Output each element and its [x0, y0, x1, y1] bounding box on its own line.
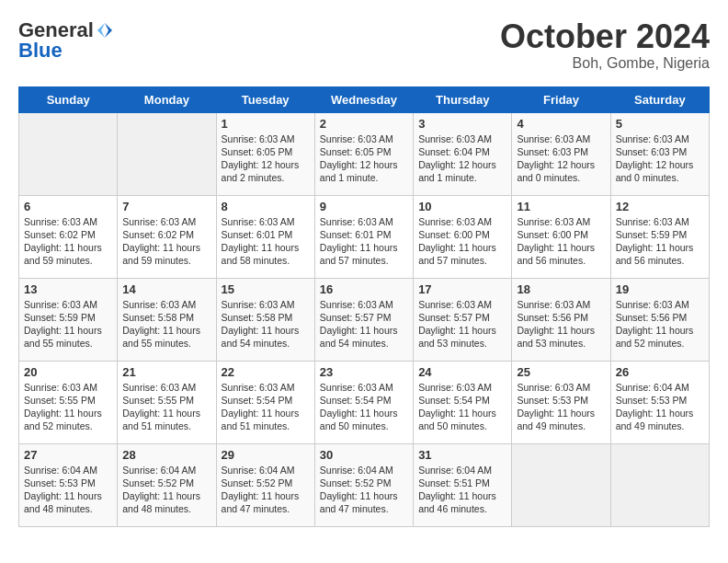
cell-sun-info: Sunrise: 6:03 AMSunset: 5:59 PMDaylight:…: [24, 298, 112, 350]
cell-sun-info: Sunrise: 6:03 AMSunset: 6:03 PMDaylight:…: [517, 132, 605, 185]
calendar-table: SundayMondayTuesdayWednesdayThursdayFrid…: [18, 86, 710, 527]
calendar-cell: 19Sunrise: 6:03 AMSunset: 5:56 PMDayligh…: [610, 278, 709, 361]
calendar-cell: 21Sunrise: 6:03 AMSunset: 5:55 PMDayligh…: [118, 361, 216, 443]
calendar-cell: 29Sunrise: 6:04 AMSunset: 5:52 PMDayligh…: [216, 443, 314, 526]
calendar-cell: 17Sunrise: 6:03 AMSunset: 5:57 PMDayligh…: [414, 278, 512, 361]
cell-sun-info: Sunrise: 6:03 AMSunset: 6:03 PMDaylight:…: [616, 132, 704, 185]
cell-sun-info: Sunrise: 6:03 AMSunset: 6:02 PMDaylight:…: [24, 215, 112, 268]
cell-sun-info: Sunrise: 6:03 AMSunset: 6:05 PMDaylight:…: [320, 132, 408, 185]
calendar-cell: 11Sunrise: 6:03 AMSunset: 6:00 PMDayligh…: [512, 195, 610, 278]
cell-sun-info: Sunrise: 6:03 AMSunset: 6:04 PMDaylight:…: [418, 132, 506, 185]
day-number: 9: [320, 200, 408, 213]
day-number: 17: [418, 282, 506, 296]
cell-sun-info: Sunrise: 6:04 AMSunset: 5:52 PMDaylight:…: [320, 464, 408, 516]
day-of-week-header: Wednesday: [314, 86, 413, 112]
day-number: 29: [222, 448, 310, 462]
svg-marker-0: [105, 23, 112, 38]
day-number: 26: [616, 365, 704, 379]
cell-sun-info: Sunrise: 6:03 AMSunset: 6:01 PMDaylight:…: [320, 215, 408, 268]
calendar-cell: [610, 443, 709, 526]
calendar-cell: 1Sunrise: 6:03 AMSunset: 6:05 PMDaylight…: [216, 112, 314, 195]
calendar-cell: 16Sunrise: 6:03 AMSunset: 5:57 PMDayligh…: [314, 278, 413, 361]
cell-sun-info: Sunrise: 6:03 AMSunset: 5:53 PMDaylight:…: [517, 381, 605, 433]
cell-sun-info: Sunrise: 6:03 AMSunset: 6:05 PMDaylight:…: [222, 132, 310, 185]
calendar-cell: 5Sunrise: 6:03 AMSunset: 6:03 PMDaylight…: [610, 112, 709, 195]
day-number: 10: [418, 200, 506, 213]
cell-sun-info: Sunrise: 6:03 AMSunset: 6:00 PMDaylight:…: [418, 215, 506, 268]
calendar-cell: [19, 112, 118, 195]
cell-sun-info: Sunrise: 6:03 AMSunset: 5:58 PMDaylight:…: [222, 298, 310, 350]
day-of-week-header: Sunday: [19, 86, 118, 112]
logo-icon: [96, 21, 114, 40]
calendar-cell: 14Sunrise: 6:03 AMSunset: 5:58 PMDayligh…: [118, 278, 216, 361]
month-title: October 2024: [500, 18, 710, 55]
calendar-cell: [118, 112, 216, 195]
day-number: 4: [517, 117, 605, 131]
day-number: 20: [24, 365, 112, 379]
day-number: 8: [222, 200, 310, 213]
calendar-cell: 30Sunrise: 6:04 AMSunset: 5:52 PMDayligh…: [314, 443, 413, 526]
cell-sun-info: Sunrise: 6:04 AMSunset: 5:53 PMDaylight:…: [616, 381, 704, 433]
calendar-cell: [512, 443, 610, 526]
calendar-cell: 10Sunrise: 6:03 AMSunset: 6:00 PMDayligh…: [414, 195, 512, 278]
calendar-cell: 15Sunrise: 6:03 AMSunset: 5:58 PMDayligh…: [216, 278, 314, 361]
cell-sun-info: Sunrise: 6:03 AMSunset: 5:59 PMDaylight:…: [616, 215, 704, 268]
calendar-cell: 26Sunrise: 6:04 AMSunset: 5:53 PMDayligh…: [610, 361, 709, 443]
cell-sun-info: Sunrise: 6:03 AMSunset: 5:57 PMDaylight:…: [320, 298, 408, 350]
day-of-week-header: Thursday: [414, 86, 512, 112]
logo-blue-text: Blue: [18, 39, 63, 63]
cell-sun-info: Sunrise: 6:03 AMSunset: 6:00 PMDaylight:…: [517, 215, 605, 268]
cell-sun-info: Sunrise: 6:04 AMSunset: 5:53 PMDaylight:…: [24, 464, 112, 516]
cell-sun-info: Sunrise: 6:03 AMSunset: 5:55 PMDaylight:…: [122, 381, 210, 433]
day-of-week-header: Saturday: [610, 86, 709, 112]
calendar-cell: 9Sunrise: 6:03 AMSunset: 6:01 PMDaylight…: [314, 195, 413, 278]
calendar-cell: 23Sunrise: 6:03 AMSunset: 5:54 PMDayligh…: [314, 361, 413, 443]
calendar-cell: 6Sunrise: 6:03 AMSunset: 6:02 PMDaylight…: [19, 195, 118, 278]
cell-sun-info: Sunrise: 6:03 AMSunset: 6:02 PMDaylight:…: [122, 215, 210, 268]
cell-sun-info: Sunrise: 6:03 AMSunset: 5:54 PMDaylight:…: [320, 381, 408, 433]
day-number: 5: [616, 117, 704, 131]
calendar-cell: 31Sunrise: 6:04 AMSunset: 5:51 PMDayligh…: [414, 443, 512, 526]
day-of-week-header: Friday: [512, 86, 610, 112]
day-number: 16: [320, 282, 408, 296]
calendar-week-row: 13Sunrise: 6:03 AMSunset: 5:59 PMDayligh…: [19, 278, 710, 361]
calendar-week-row: 20Sunrise: 6:03 AMSunset: 5:55 PMDayligh…: [19, 361, 710, 443]
location: Boh, Gombe, Nigeria: [500, 55, 710, 72]
day-number: 25: [517, 365, 605, 379]
day-of-week-header: Monday: [118, 86, 216, 112]
calendar-cell: 2Sunrise: 6:03 AMSunset: 6:05 PMDaylight…: [314, 112, 413, 195]
calendar-week-row: 27Sunrise: 6:04 AMSunset: 5:53 PMDayligh…: [19, 443, 710, 526]
day-number: 24: [418, 365, 506, 379]
day-number: 3: [418, 117, 506, 131]
calendar-cell: 13Sunrise: 6:03 AMSunset: 5:59 PMDayligh…: [19, 278, 118, 361]
calendar-cell: 24Sunrise: 6:03 AMSunset: 5:54 PMDayligh…: [414, 361, 512, 443]
cell-sun-info: Sunrise: 6:03 AMSunset: 5:56 PMDaylight:…: [517, 298, 605, 350]
day-number: 11: [517, 200, 605, 213]
day-number: 28: [122, 448, 210, 462]
calendar-week-row: 1Sunrise: 6:03 AMSunset: 6:05 PMDaylight…: [19, 112, 710, 195]
calendar-cell: 28Sunrise: 6:04 AMSunset: 5:52 PMDayligh…: [118, 443, 216, 526]
page-header: General Blue October 2024 Boh, Gombe, Ni…: [18, 18, 710, 72]
day-number: 14: [122, 282, 210, 296]
day-number: 23: [320, 365, 408, 379]
day-number: 31: [418, 448, 506, 462]
cell-sun-info: Sunrise: 6:03 AMSunset: 5:55 PMDaylight:…: [24, 381, 112, 433]
day-of-week-header: Tuesday: [216, 86, 314, 112]
day-number: 7: [122, 200, 210, 213]
day-number: 6: [24, 200, 112, 213]
cell-sun-info: Sunrise: 6:04 AMSunset: 5:51 PMDaylight:…: [418, 464, 506, 516]
day-number: 15: [222, 282, 310, 296]
logo: General Blue: [18, 18, 114, 63]
calendar-cell: 4Sunrise: 6:03 AMSunset: 6:03 PMDaylight…: [512, 112, 610, 195]
calendar-cell: 25Sunrise: 6:03 AMSunset: 5:53 PMDayligh…: [512, 361, 610, 443]
cell-sun-info: Sunrise: 6:03 AMSunset: 5:54 PMDaylight:…: [418, 381, 506, 433]
day-number: 21: [122, 365, 210, 379]
calendar-week-row: 6Sunrise: 6:03 AMSunset: 6:02 PMDaylight…: [19, 195, 710, 278]
day-number: 22: [222, 365, 310, 379]
day-number: 2: [320, 117, 408, 131]
calendar-cell: 27Sunrise: 6:04 AMSunset: 5:53 PMDayligh…: [19, 443, 118, 526]
cell-sun-info: Sunrise: 6:03 AMSunset: 5:54 PMDaylight:…: [222, 381, 310, 433]
day-number: 19: [616, 282, 704, 296]
calendar-cell: 20Sunrise: 6:03 AMSunset: 5:55 PMDayligh…: [19, 361, 118, 443]
calendar-cell: 3Sunrise: 6:03 AMSunset: 6:04 PMDaylight…: [414, 112, 512, 195]
